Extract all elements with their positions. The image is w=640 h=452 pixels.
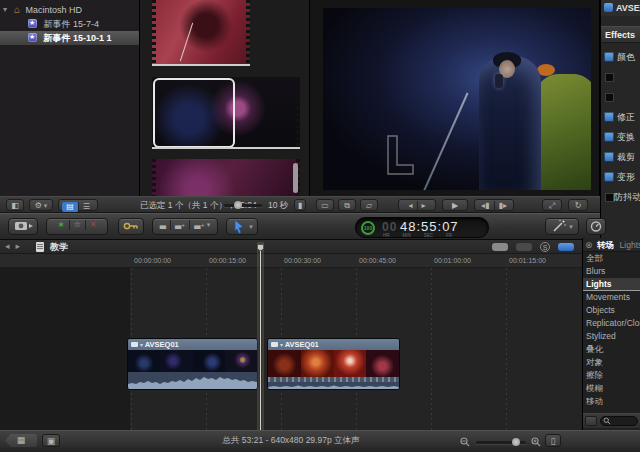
- range-select-icon[interactable]: ▭: [316, 199, 334, 211]
- zoom-out-icon[interactable]: [460, 437, 470, 447]
- transitions-search-field[interactable]: [600, 416, 638, 426]
- snapping-toggle-icon[interactable]: [558, 243, 574, 251]
- previous-edit-icon[interactable]: ◂▮: [477, 201, 494, 211]
- transitions-category-movements[interactable]: Movements: [583, 291, 640, 304]
- favorite-star-icon[interactable]: ★: [53, 220, 69, 230]
- color-swatch-icon[interactable]: [605, 93, 614, 102]
- filmstrip-view-button[interactable]: ▤: [62, 202, 79, 212]
- inspector-row-correction[interactable]: 修正: [601, 107, 640, 127]
- append-clip-icon[interactable]: ▃₊▾: [190, 220, 214, 230]
- retime-button[interactable]: [586, 218, 606, 235]
- insert-clip-icon[interactable]: ▃₊: [171, 220, 190, 230]
- playhead[interactable]: [260, 244, 261, 430]
- checkbox-icon[interactable]: [604, 52, 614, 62]
- timecode-display[interactable]: 100 00 48:55:07 HR MIN SEC FR: [355, 217, 489, 238]
- checkbox-icon[interactable]: [604, 152, 614, 162]
- distort-icon[interactable]: ▱: [360, 199, 378, 211]
- inspector-row-distort[interactable]: 变形: [601, 167, 640, 187]
- close-icon[interactable]: ⊗: [585, 240, 593, 250]
- selection-range-border[interactable]: [153, 78, 235, 148]
- sidebar-toggle-button[interactable]: ◧: [6, 199, 24, 211]
- checkbox-icon[interactable]: [604, 172, 614, 182]
- checkbox-icon[interactable]: [604, 112, 614, 122]
- step-forward-icon[interactable]: ▸: [418, 201, 430, 211]
- timecode-hours: 00: [382, 220, 397, 234]
- slider-knob[interactable]: [234, 201, 242, 209]
- panel-toggle-icon[interactable]: [585, 416, 597, 426]
- inspector-row-crop[interactable]: 裁剪: [601, 147, 640, 167]
- inspector-panel: AVSEQ01 Effects 颜色 修正 变换 裁剪 变形 防抖动: [600, 0, 640, 238]
- connect-storyline-icon[interactable]: [492, 243, 508, 251]
- inspector-row-stabilize[interactable]: 防抖动: [601, 187, 640, 207]
- transitions-category-dissolves[interactable]: 叠化: [583, 343, 640, 356]
- transitions-category-wipes[interactable]: 擦除: [583, 369, 640, 382]
- browser-footer-bar: ◧ ⚙▾ ▤☰ 已选定 1 个（共 1 个），25:04 10 秒 ▮: [0, 196, 310, 213]
- inspector-row-swatch-1[interactable]: [601, 67, 640, 87]
- forward-icon[interactable]: ▸: [16, 241, 27, 251]
- clip-appearance-button[interactable]: ▯: [545, 434, 561, 447]
- disclosure-triangle-icon[interactable]: ▾: [3, 3, 7, 17]
- thumbnail-zoom-slider[interactable]: [224, 204, 262, 207]
- timeline-ruler[interactable]: 00:00:00:00 00:00:15:00 00:00:30:00 00:0…: [0, 254, 582, 268]
- inspector-row-color[interactable]: 颜色: [601, 47, 640, 67]
- play-button[interactable]: ▶: [442, 199, 468, 211]
- effects-section-header[interactable]: Effects: [601, 26, 640, 43]
- library-item-event-1[interactable]: 新事件 15-7-4: [0, 17, 139, 31]
- timeline-tracks[interactable]: ▾ AVSEQ01 ▾ AVSEQ01: [0, 268, 582, 430]
- skimming-toggle-icon[interactable]: S: [540, 242, 550, 252]
- video-canvas[interactable]: [323, 8, 591, 190]
- step-back-icon[interactable]: ◂: [404, 201, 417, 211]
- playback-speed-badge: 100: [361, 221, 375, 235]
- filter-gear-button[interactable]: ⚙▾: [29, 199, 53, 211]
- clip-height-button[interactable]: ▮: [294, 199, 306, 211]
- clip-filmstrip-1[interactable]: [152, 0, 250, 66]
- event-browser: [140, 0, 310, 196]
- connect-clip-icon[interactable]: ▃: [156, 220, 171, 230]
- back-icon[interactable]: ◂: [5, 241, 16, 251]
- clip-icon: [271, 342, 278, 347]
- transitions-category-blurs[interactable]: Blurs: [583, 265, 640, 278]
- transitions-category-replicator[interactable]: Replicator/Clones: [583, 317, 640, 330]
- unrate-star-icon[interactable]: ☆: [70, 220, 86, 230]
- clip-filmstrip-2[interactable]: [152, 77, 300, 149]
- import-media-button[interactable]: [8, 218, 38, 235]
- reject-x-icon[interactable]: ✕: [86, 220, 101, 230]
- transitions-category-objects-cn[interactable]: 对象: [583, 356, 640, 369]
- audio-skim-icon[interactable]: [516, 243, 532, 251]
- library-item-macintosh-hd[interactable]: ▾ ⌂ Macintosh HD: [0, 3, 139, 17]
- clip2-label-bar: ▾ AVSEQ01: [268, 339, 399, 350]
- keyword-editor-button[interactable]: [118, 218, 144, 235]
- crop-icon[interactable]: ⧉: [338, 199, 356, 211]
- loop-playback-icon[interactable]: ↻: [568, 199, 588, 211]
- transitions-category-blurs-cn[interactable]: 模糊: [583, 382, 640, 395]
- project-name[interactable]: 教学: [50, 241, 68, 254]
- inspector-row-transform[interactable]: 变换: [601, 127, 640, 147]
- transitions-category-all[interactable]: 全部: [583, 252, 640, 265]
- next-edit-icon[interactable]: ▮▸: [495, 201, 511, 211]
- transitions-category-movements-cn[interactable]: 移动: [583, 395, 640, 408]
- checkbox-icon[interactable]: [605, 193, 614, 202]
- color-swatch-icon[interactable]: [605, 73, 614, 82]
- transitions-category-stylized[interactable]: Stylized: [583, 330, 640, 343]
- tool-selector-button[interactable]: ▾: [226, 218, 258, 235]
- enhancements-button[interactable]: ▾: [545, 218, 579, 235]
- transitions-category-objects[interactable]: Objects: [583, 304, 640, 317]
- checkbox-icon[interactable]: [604, 132, 614, 142]
- disk-icon: ⌂: [14, 4, 20, 15]
- inspector-row-swatch-2[interactable]: [601, 87, 640, 107]
- timeline-clip-1[interactable]: ▾ AVSEQ01: [127, 338, 258, 390]
- timeline-zoom-slider[interactable]: [476, 441, 526, 444]
- clip1-waveform: [128, 372, 257, 390]
- transitions-category-lights-selected[interactable]: Lights: [583, 278, 640, 291]
- browser-scrollbar[interactable]: [293, 163, 298, 193]
- search-input[interactable]: [611, 418, 637, 425]
- clip-filmstrip-3[interactable]: [152, 159, 300, 196]
- list-view-button[interactable]: ☰: [79, 202, 94, 212]
- slider-knob[interactable]: [512, 438, 520, 446]
- fullscreen-icon[interactable]: ⤢: [542, 199, 562, 211]
- zoom-in-icon[interactable]: [531, 437, 541, 447]
- library-root-label: Macintosh HD: [26, 5, 83, 15]
- letter-l-watermark: [385, 134, 415, 176]
- library-item-event-2-selected[interactable]: 新事件 15-10-1 1: [0, 31, 139, 45]
- timeline-clip-2[interactable]: ▾ AVSEQ01: [267, 338, 400, 390]
